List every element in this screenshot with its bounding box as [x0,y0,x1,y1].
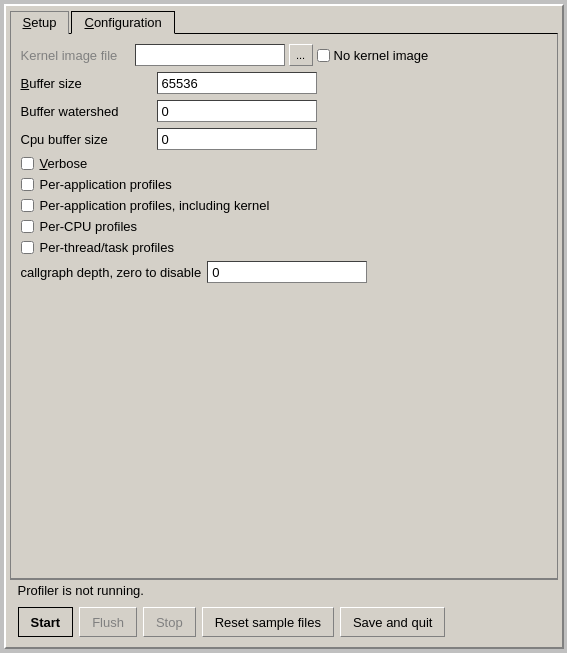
per-app-profiles-kernel-label: Per-application profiles, including kern… [40,198,270,213]
buffer-watershed-label: Buffer watershed [21,104,151,119]
button-bar: Start Flush Stop Reset sample files Save… [10,601,558,643]
per-cpu-profiles-checkbox[interactable] [21,220,34,233]
main-window: Setup Configuration Kernel image file ..… [4,4,564,649]
buffer-watershed-row: Buffer watershed [21,100,547,122]
callgraph-label: callgraph depth, zero to disable [21,265,202,280]
buffer-size-row: Buffer size [21,72,547,94]
tab-setup[interactable]: Setup [10,11,70,34]
per-app-profiles-checkbox[interactable] [21,178,34,191]
per-thread-profiles-row: Per-thread/task profiles [21,240,547,255]
kernel-image-row: Kernel image file ... No kernel image [21,44,547,66]
kernel-image-input[interactable] [135,44,285,66]
per-cpu-profiles-label: Per-CPU profiles [40,219,138,234]
status-bar: Profiler is not running. [10,579,558,601]
cpu-buffer-size-row: Cpu buffer size [21,128,547,150]
per-thread-profiles-label: Per-thread/task profiles [40,240,174,255]
no-kernel-label: No kernel image [334,48,429,63]
kernel-image-label: Kernel image file [21,48,131,63]
verbose-label: Verbose [40,156,88,171]
tab-configuration-label: Configuration [84,15,161,30]
spacer [21,289,547,568]
verbose-checkbox[interactable] [21,157,34,170]
reset-sample-files-button[interactable]: Reset sample files [202,607,334,637]
no-kernel-checkbox[interactable] [317,49,330,62]
tab-setup-label: Setup [23,15,57,30]
save-and-quit-button[interactable]: Save and quit [340,607,446,637]
status-text: Profiler is not running. [18,583,144,598]
flush-button[interactable]: Flush [79,607,137,637]
start-button[interactable]: Start [18,607,74,637]
buffer-size-label: Buffer size [21,76,151,91]
tab-configuration[interactable]: Configuration [71,11,174,34]
buffer-watershed-input[interactable] [157,100,317,122]
tab-bar: Setup Configuration [6,6,562,33]
callgraph-row: callgraph depth, zero to disable [21,261,547,283]
browse-button[interactable]: ... [289,44,313,66]
per-app-profiles-label: Per-application profiles [40,177,172,192]
per-app-profiles-kernel-checkbox[interactable] [21,199,34,212]
per-app-profiles-row: Per-application profiles [21,177,547,192]
per-app-profiles-kernel-row: Per-application profiles, including kern… [21,198,547,213]
stop-button[interactable]: Stop [143,607,196,637]
callgraph-input[interactable] [207,261,367,283]
verbose-row: Verbose [21,156,547,171]
buffer-size-input[interactable] [157,72,317,94]
content-area: Kernel image file ... No kernel image Bu… [10,33,558,579]
per-thread-profiles-checkbox[interactable] [21,241,34,254]
cpu-buffer-size-label: Cpu buffer size [21,132,151,147]
cpu-buffer-size-input[interactable] [157,128,317,150]
per-cpu-profiles-row: Per-CPU profiles [21,219,547,234]
